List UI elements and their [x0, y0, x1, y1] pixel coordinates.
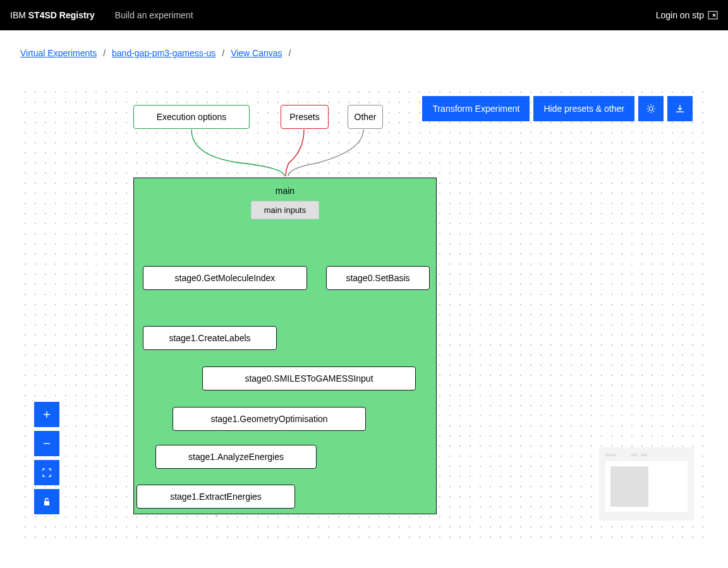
node-presets[interactable]: Presets — [281, 105, 329, 129]
node-label: Execution options — [157, 112, 227, 122]
breadcrumb-virtual-experiments[interactable]: Virtual Experiments — [20, 48, 97, 58]
node-label: Other — [355, 112, 377, 122]
node-analyze-energies[interactable]: stage1.AnalyzeEnergies — [155, 445, 317, 469]
main-inputs-badge[interactable]: main inputs — [251, 201, 319, 219]
svg-rect-0 — [708, 11, 717, 19]
node-label: stage1.GeometryOptimisation — [210, 414, 327, 424]
node-label: stage1.CreateLabels — [169, 333, 250, 343]
breadcrumb-view-canvas[interactable]: View Canvas — [231, 48, 282, 58]
header: IBM ST4SD Registry Build an experiment L… — [0, 0, 728, 30]
breadcrumb-separator: / — [289, 48, 291, 58]
node-label: stage0.SetBasis — [346, 273, 410, 283]
node-label: stage0.GetMoleculeIndex — [175, 273, 276, 283]
node-extract-energies[interactable]: stage1.ExtractEnergies — [136, 485, 295, 509]
canvas[interactable]: Transform Experiment Hide presets & othe… — [20, 87, 708, 542]
login-text: Login on stp — [656, 10, 704, 20]
breadcrumb-separator: / — [103, 48, 106, 58]
graph: Execution options Presets Other main mai… — [20, 87, 708, 542]
node-create-labels[interactable]: stage1.CreateLabels — [143, 326, 277, 350]
brand[interactable]: IBM ST4SD Registry — [10, 10, 95, 20]
brand-prefix: IBM — [10, 10, 26, 20]
node-smiles-to-gamess[interactable]: stage0.SMILESToGAMESSInput — [202, 366, 416, 390]
node-label: Presets — [289, 112, 319, 122]
login-icon — [708, 10, 718, 20]
node-other[interactable]: Other — [348, 105, 383, 129]
nav-build-experiment[interactable]: Build an experiment — [115, 10, 193, 20]
breadcrumb-band-gap[interactable]: band-gap-pm3-gamess-us — [112, 48, 215, 58]
login-link[interactable]: Login on stp — [656, 10, 718, 20]
node-execution-options[interactable]: Execution options — [133, 105, 250, 129]
node-get-molecule-index[interactable]: stage0.GetMoleculeIndex — [143, 266, 307, 290]
node-label: stage1.AnalyzeEnergies — [188, 452, 284, 462]
node-label: stage1.ExtractEnergies — [170, 492, 262, 502]
header-left: IBM ST4SD Registry Build an experiment — [10, 10, 193, 20]
breadcrumb-separator: / — [222, 48, 224, 58]
node-set-basis[interactable]: stage0.SetBasis — [326, 266, 430, 290]
brand-name: ST4SD Registry — [28, 10, 95, 20]
node-geometry-optimisation[interactable]: stage1.GeometryOptimisation — [173, 407, 366, 431]
breadcrumbs: Virtual Experiments / band-gap-pm3-games… — [0, 30, 728, 76]
main-title: main — [276, 186, 294, 196]
node-label: stage0.SMILESToGAMESSInput — [245, 373, 373, 384]
